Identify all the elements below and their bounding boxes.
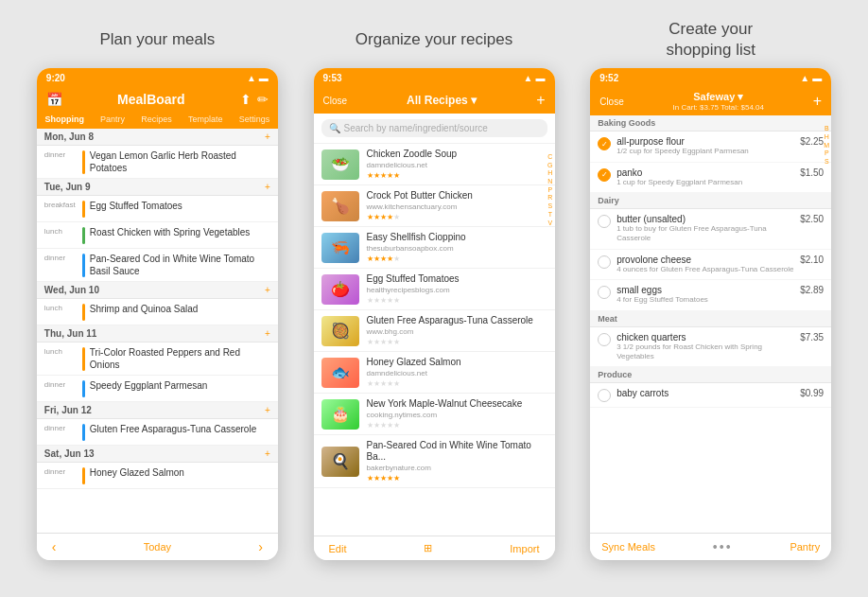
meal-name[interactable]: Roast Chicken with Spring Vegetables bbox=[90, 226, 270, 238]
all-recipes-title[interactable]: All Recipes ▾ bbox=[407, 94, 477, 107]
close-button-3[interactable]: Close bbox=[599, 97, 624, 107]
meal-type: dinner bbox=[44, 149, 82, 159]
meal-name[interactable]: Honey Glazed Salmon bbox=[90, 466, 270, 479]
shop-item-info: chicken quarters 3 1/2 pounds for Roast … bbox=[616, 332, 794, 362]
list-item[interactable]: 🦐 Easy Shellfish Cioppino thesuburbansoa… bbox=[314, 227, 555, 269]
list-item[interactable]: 🎂 New York Maple-Walnut Cheesecake cooki… bbox=[314, 394, 555, 435]
nav-pantry[interactable]: Pantry bbox=[100, 114, 125, 124]
prev-arrow[interactable]: ‹ bbox=[52, 539, 57, 554]
day-header-thu: Thu, Jun 11 + bbox=[37, 325, 278, 342]
meal-name[interactable]: Shrimp and Quinoa Salad bbox=[90, 303, 270, 315]
list-item[interactable]: provolone cheese 4 ounces for Gluten Fre… bbox=[590, 250, 831, 280]
app-header-3: Close Safeway ▾ In Cart: $3.75 Total: $5… bbox=[590, 87, 831, 115]
meal-type: lunch bbox=[44, 303, 82, 312]
meal-type: dinner bbox=[44, 253, 82, 262]
checkbox[interactable] bbox=[598, 137, 611, 150]
meal-name[interactable]: Tri-Color Roasted Peppers and Red Onions bbox=[90, 346, 270, 371]
edit-icon[interactable]: ✏ bbox=[257, 92, 269, 107]
day-label-fri: Fri, Jun 12 bbox=[44, 405, 92, 415]
recipe-list: 🥗 Chicken Zoodle Soup damndelicious.net … bbox=[314, 144, 555, 536]
checkbox[interactable] bbox=[598, 215, 611, 228]
app-title-1: MealBoard bbox=[62, 92, 240, 107]
meal-type: dinner bbox=[44, 466, 82, 476]
meal-name[interactable]: Egg Stuffed Tomatoes bbox=[90, 200, 270, 212]
shop-item-info: panko 1 cup for Speedy Eggplant Parmesan bbox=[616, 167, 794, 187]
bottom-nav-1: ‹ Today › bbox=[37, 533, 278, 560]
meal-name[interactable]: Speedy Eggplant Parmesan bbox=[90, 379, 270, 392]
search-input-2[interactable]: 🔍 Search by name/ingredient/source bbox=[321, 119, 547, 137]
pantry-button[interactable]: Pantry bbox=[790, 541, 820, 553]
meal-name[interactable]: Pan-Seared Cod in White Wine Tomato Basi… bbox=[90, 253, 270, 277]
list-item[interactable]: panko 1 cup for Speedy Eggplant Parmesan… bbox=[590, 163, 831, 193]
add-meal-thu[interactable]: + bbox=[265, 328, 270, 339]
nav-shopping[interactable]: Shopping bbox=[44, 114, 84, 124]
checkbox[interactable] bbox=[598, 333, 611, 346]
nav-template[interactable]: Template bbox=[188, 114, 223, 124]
add-meal-fri[interactable]: + bbox=[265, 405, 270, 415]
item-sub: 1 cup for Speedy Eggplant Parmesan bbox=[616, 178, 794, 187]
checkbox[interactable] bbox=[598, 168, 611, 182]
close-button-2[interactable]: Close bbox=[323, 96, 348, 106]
recipe-name: Chicken Zoodle Soup bbox=[367, 149, 547, 160]
meal-name[interactable]: Gluten Free Asparagus-Tuna Casserole bbox=[90, 423, 270, 435]
alphabet-scroll-3: B H M P S bbox=[824, 125, 829, 165]
checkbox[interactable] bbox=[598, 389, 611, 402]
recipe-source: bakerbynature.com bbox=[367, 464, 547, 472]
list-item[interactable]: small eggs 4 for Egg Stuffed Tomatoes $2… bbox=[590, 280, 831, 310]
list-item[interactable]: 🍗 Crock Pot Butter Chicken www.kitchensa… bbox=[314, 185, 555, 227]
recipe-info-3: Easy Shellfish Cioppino thesuburbansoapb… bbox=[367, 232, 547, 263]
meal-name[interactable]: Vegan Lemon Garlic Herb Roasted Potatoes bbox=[90, 149, 270, 174]
list-item[interactable]: baby carrots $0.99 bbox=[590, 383, 831, 408]
checkbox[interactable] bbox=[598, 255, 611, 269]
add-meal-wed[interactable]: + bbox=[265, 285, 270, 295]
share-icon[interactable]: ⬆ bbox=[240, 92, 252, 107]
item-name: panko bbox=[616, 167, 794, 178]
nav-recipes[interactable]: Recipes bbox=[141, 114, 172, 124]
add-meal-mon[interactable]: + bbox=[265, 132, 270, 142]
list-item[interactable]: chicken quarters 3 1/2 pounds for Roast … bbox=[590, 327, 831, 368]
recipe-name: Gluten Free Asparagus-Tuna Casserole bbox=[367, 315, 547, 326]
recipe-info-2: Crock Pot Butter Chicken www.kitchensanc… bbox=[367, 190, 547, 221]
sync-meals-button[interactable]: Sync Meals bbox=[601, 541, 655, 553]
shop-item-info: baby carrots bbox=[616, 388, 794, 398]
edit-button-2[interactable]: Edit bbox=[329, 543, 347, 554]
list-item[interactable]: butter (unsalted) 1 tub to buy for Glute… bbox=[590, 209, 831, 250]
checkbox[interactable] bbox=[598, 286, 611, 299]
meal-row: dinner Gluten Free Asparagus-Tuna Casser… bbox=[37, 419, 278, 446]
add-recipe-button[interactable]: + bbox=[536, 92, 545, 109]
shop-item-info: butter (unsalted) 1 tub to buy for Glute… bbox=[616, 214, 794, 244]
day-header-mon: Mon, Jun 8 + bbox=[37, 129, 278, 146]
add-meal-sat[interactable]: + bbox=[265, 448, 270, 459]
day-label-tue: Tue, Jun 9 bbox=[44, 182, 91, 192]
time-3: 9:52 bbox=[599, 73, 618, 83]
meal-row: lunch Tri-Color Roasted Peppers and Red … bbox=[37, 342, 278, 376]
today-button[interactable]: Today bbox=[144, 541, 171, 553]
bottom-bar-2: Edit ⊞ Import bbox=[314, 536, 555, 560]
status-bar-3: 9:52 ▲ ▬ bbox=[590, 68, 831, 87]
import-button[interactable]: Import bbox=[510, 543, 539, 554]
recipe-stars: ★★★★★ bbox=[367, 379, 547, 388]
list-item[interactable]: 🥘 Gluten Free Asparagus-Tuna Casserole w… bbox=[314, 310, 555, 352]
recipe-source: cooking.nytimes.com bbox=[367, 411, 547, 419]
meal-row: lunch Shrimp and Quinoa Salad bbox=[37, 299, 278, 325]
add-item-button[interactable]: + bbox=[813, 93, 822, 110]
meal-accent bbox=[82, 347, 85, 371]
nav-settings[interactable]: Settings bbox=[239, 114, 270, 124]
recipe-thumb-5: 🥘 bbox=[321, 316, 359, 346]
add-meal-tue[interactable]: + bbox=[265, 182, 270, 192]
list-item[interactable]: all-purpose flour 1/2 cup for Speedy Egg… bbox=[590, 132, 831, 162]
more-options-button[interactable]: ••• bbox=[713, 539, 733, 554]
grid-view-icon[interactable]: ⊞ bbox=[424, 542, 432, 554]
item-price: $2.10 bbox=[800, 255, 824, 265]
item-name: baby carrots bbox=[616, 388, 794, 398]
wifi-icon-3: ▲ bbox=[800, 73, 809, 83]
item-sub: 1/2 cup for Speedy Eggplant Parmesan bbox=[616, 147, 794, 156]
list-item[interactable]: 🥗 Chicken Zoodle Soup damndelicious.net … bbox=[314, 144, 555, 185]
list-item[interactable]: 🍳 Pan-Seared Cod in White Wine Tomato Ba… bbox=[314, 435, 555, 488]
list-item[interactable]: 🐟 Honey Glazed Salmon damndelicious.net … bbox=[314, 352, 555, 394]
recipe-stars: ★★★★★ bbox=[367, 213, 547, 221]
next-arrow[interactable]: › bbox=[258, 539, 263, 554]
list-item[interactable]: 🍅 Egg Stuffed Tomatoes healthyrecipesblo… bbox=[314, 269, 555, 310]
recipe-stars: ★★★★★ bbox=[367, 296, 547, 305]
store-name[interactable]: Safeway ▾ bbox=[624, 91, 813, 103]
